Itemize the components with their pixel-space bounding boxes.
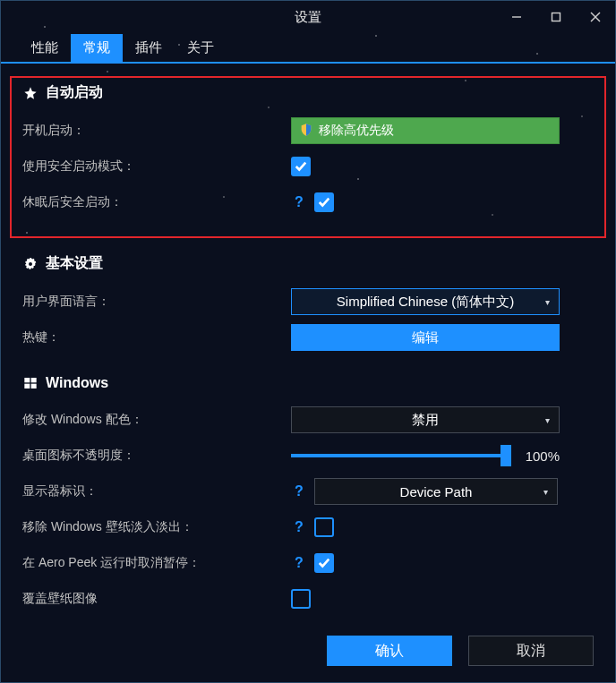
- label-monitor-id: 显示器标识：: [22, 483, 291, 499]
- section-head-windows: Windows: [22, 375, 594, 391]
- section-title-basic: 基本设置: [46, 254, 103, 273]
- label-hotkey: 热键：: [22, 329, 291, 346]
- section-windows: Windows 修改 Windows 配色： 禁用 ▾ 桌面图标不透明度：: [22, 375, 594, 617]
- label-override-wallpaper: 覆盖壁纸图像: [22, 591, 291, 607]
- svg-rect-1: [552, 13, 560, 21]
- label-safe-start: 使用安全启动模式：: [22, 158, 291, 175]
- row-safe-after-sleep: 休眠后安全启动： ?: [22, 184, 594, 220]
- chevron-down-icon: ▾: [545, 415, 550, 425]
- label-color-scheme: 修改 Windows 配色：: [22, 412, 291, 428]
- help-icon[interactable]: ?: [291, 555, 307, 571]
- label-remove-fade: 移除 Windows 壁纸淡入淡出：: [22, 519, 291, 535]
- section-title-windows: Windows: [46, 375, 108, 391]
- row-monitor-id: 显示器标识： ? Device Path ▾: [22, 474, 594, 509]
- select-language-value: Simplified Chinese (简体中文): [337, 294, 514, 311]
- section-head-basic: 基本设置: [22, 254, 594, 273]
- row-override-wallpaper: 覆盖壁纸图像: [22, 581, 594, 617]
- footer: 确认 取消: [1, 625, 615, 682]
- checkbox-override-wallpaper[interactable]: [291, 589, 311, 609]
- tabbar: 性能 常规 插件 关于: [1, 33, 615, 64]
- label-icon-opacity: 桌面图标不透明度：: [22, 448, 291, 464]
- checkbox-safe-after-sleep[interactable]: [314, 192, 334, 212]
- tab-general[interactable]: 常规: [71, 34, 123, 62]
- cancel-button[interactable]: 取消: [468, 636, 594, 666]
- shield-icon: [299, 123, 313, 140]
- checkbox-aero-peek[interactable]: [314, 553, 334, 573]
- tab-about[interactable]: 关于: [175, 34, 227, 62]
- remove-high-priority-button[interactable]: 移除高优先级: [291, 117, 560, 144]
- row-remove-fade: 移除 Windows 壁纸淡入淡出： ?: [22, 509, 594, 545]
- row-icon-opacity: 桌面图标不透明度： 100%: [22, 438, 594, 474]
- row-boot-autostart: 开机启动： 移除高优先级: [22, 113, 594, 149]
- row-safe-start: 使用安全启动模式：: [22, 149, 594, 184]
- chevron-down-icon: ▾: [545, 297, 550, 307]
- star-icon: [22, 85, 38, 101]
- checkbox-safe-start[interactable]: [291, 157, 311, 176]
- help-icon[interactable]: ?: [291, 483, 307, 499]
- checkbox-remove-fade[interactable]: [314, 517, 334, 537]
- section-basic: 基本设置 用户界面语言： Simplified Chinese (简体中文) ▾…: [22, 254, 594, 355]
- row-hotkey: 热键： 编辑: [22, 320, 594, 355]
- svg-rect-5: [31, 378, 37, 382]
- tab-performance[interactable]: 性能: [19, 34, 71, 62]
- select-monitor-id-value: Device Path: [400, 484, 473, 499]
- window-controls: [497, 1, 615, 33]
- select-language[interactable]: Simplified Chinese (简体中文) ▾: [291, 288, 560, 315]
- help-icon[interactable]: ?: [291, 519, 307, 535]
- row-color-scheme: 修改 Windows 配色： 禁用 ▾: [22, 402, 594, 438]
- edit-hotkey-label: 编辑: [412, 329, 439, 346]
- gear-icon: [22, 256, 38, 272]
- slider-icon-opacity-value: 100%: [517, 448, 560, 464]
- svg-rect-6: [24, 384, 30, 388]
- minimize-button[interactable]: [497, 1, 536, 33]
- help-icon[interactable]: ?: [291, 194, 307, 210]
- chevron-down-icon: ▾: [543, 487, 548, 497]
- row-language: 用户界面语言： Simplified Chinese (简体中文) ▾: [22, 284, 594, 320]
- close-button[interactable]: [576, 1, 615, 33]
- select-color-scheme[interactable]: 禁用 ▾: [291, 406, 560, 433]
- slider-icon-opacity[interactable]: [291, 454, 506, 457]
- select-monitor-id[interactable]: Device Path ▾: [314, 478, 558, 505]
- ok-button[interactable]: 确认: [327, 636, 452, 666]
- label-aero-peek: 在 Aero Peek 运行时取消暂停：: [22, 555, 291, 571]
- edit-hotkey-button[interactable]: 编辑: [291, 324, 560, 351]
- window-title: 设置: [295, 9, 321, 26]
- settings-window: 设置 性能 常规 插件 关于 自动启动 开机启动：: [0, 0, 616, 683]
- row-aero-peek: 在 Aero Peek 运行时取消暂停： ?: [22, 545, 594, 581]
- titlebar[interactable]: 设置: [1, 1, 615, 33]
- label-safe-after-sleep: 休眠后安全启动：: [22, 194, 291, 210]
- label-language: 用户界面语言：: [22, 294, 291, 310]
- svg-rect-4: [24, 378, 30, 382]
- section-autostart: 自动启动 开机启动： 移除高优先级 使用安全启动模式：: [10, 76, 606, 238]
- tab-plugins[interactable]: 插件: [123, 34, 175, 62]
- section-head-autostart: 自动启动: [22, 83, 594, 102]
- svg-rect-7: [31, 384, 37, 388]
- remove-high-priority-label: 移除高优先级: [319, 123, 394, 139]
- content-area: 自动启动 开机启动： 移除高优先级 使用安全启动模式：: [1, 64, 615, 625]
- section-title-autostart: 自动启动: [46, 83, 103, 102]
- maximize-button[interactable]: [536, 1, 576, 33]
- label-boot-autostart: 开机启动：: [22, 123, 291, 139]
- windows-icon: [22, 375, 38, 391]
- select-color-scheme-value: 禁用: [412, 412, 439, 429]
